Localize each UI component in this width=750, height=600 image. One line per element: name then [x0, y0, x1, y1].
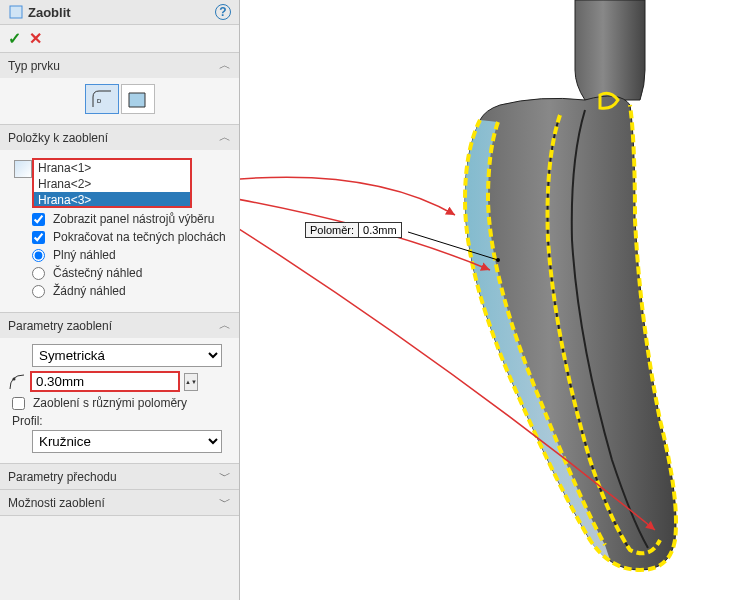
callout-value[interactable]: 0.3mm	[359, 223, 401, 237]
preview-partial-label: Částečný náhled	[53, 266, 142, 280]
ok-cancel-bar: ✓ ✕	[0, 25, 239, 53]
svg-point-4	[496, 258, 500, 262]
edge-select-icon	[14, 160, 32, 178]
edge-selection-list[interactable]: Hrana<1> Hrana<2> Hrana<3>	[32, 158, 192, 208]
radius-callout[interactable]: Poloměr: 0.3mm	[305, 222, 402, 238]
radius-input[interactable]	[30, 371, 180, 392]
preview-partial-radio[interactable]	[32, 267, 45, 280]
profile-dropdown[interactable]: Kružnice	[32, 430, 222, 453]
list-item[interactable]: Hrana<3>	[34, 192, 190, 208]
chevron-up-icon: ︿	[219, 317, 231, 334]
tangent-label: Pokračovat na tečných plochách	[53, 230, 226, 244]
section-items-label: Položky k zaoblení	[8, 131, 108, 145]
3d-viewport[interactable]	[240, 0, 750, 600]
property-panel: Zaoblit ? ✓ ✕ Typ prvku ︿ D Položky k za…	[0, 0, 240, 600]
section-params-header[interactable]: Parametry zaoblení ︿	[0, 313, 239, 338]
show-toolbar-checkbox[interactable]	[32, 213, 45, 226]
tangent-checkbox[interactable]	[32, 231, 45, 244]
preview-full-radio[interactable]	[32, 249, 45, 262]
cancel-button[interactable]: ✕	[29, 29, 42, 48]
multi-radius-checkbox[interactable]	[12, 397, 25, 410]
section-type-label: Typ prvku	[8, 59, 60, 73]
preview-none-label: Žádný náhled	[53, 284, 126, 298]
list-item[interactable]: Hrana<2>	[34, 176, 190, 192]
chevron-up-icon: ︿	[219, 57, 231, 74]
show-toolbar-label: Zobrazit panel nástrojů výběru	[53, 212, 214, 226]
section-options: Možnosti zaoblení ﹀	[0, 490, 239, 516]
radius-spinner[interactable]: ▲▼	[184, 373, 198, 391]
section-type: Typ prvku ︿ D	[0, 53, 239, 125]
symmetry-dropdown[interactable]: Symetrická	[32, 344, 222, 367]
panel-title: Zaoblit	[28, 5, 215, 20]
section-params-label: Parametry zaoblení	[8, 319, 112, 333]
chevron-down-icon: ﹀	[219, 468, 231, 485]
svg-rect-0	[10, 6, 22, 18]
section-transition-label: Parametry přechodu	[8, 470, 117, 484]
section-transition-header[interactable]: Parametry přechodu ﹀	[0, 464, 239, 489]
callout-label: Poloměr:	[306, 223, 359, 237]
section-transition: Parametry přechodu ﹀	[0, 464, 239, 490]
fillet-type-constant-button[interactable]: D	[85, 84, 119, 114]
preview-full-label: Plný náhled	[53, 248, 116, 262]
list-item[interactable]: Hrana<1>	[34, 160, 190, 176]
section-params: Parametry zaoblení ︿ Symetrická ▲▼ Zaobl…	[0, 313, 239, 464]
preview-none-radio[interactable]	[32, 285, 45, 298]
section-options-label: Možnosti zaoblení	[8, 496, 105, 510]
section-type-header[interactable]: Typ prvku ︿	[0, 53, 239, 78]
svg-text:D: D	[97, 98, 102, 104]
help-icon[interactable]: ?	[215, 4, 231, 20]
chevron-up-icon: ︿	[219, 129, 231, 146]
section-items: Položky k zaoblení ︿ Hrana<1> Hrana<2> H…	[0, 125, 239, 313]
section-options-header[interactable]: Možnosti zaoblení ﹀	[0, 490, 239, 515]
ok-button[interactable]: ✓	[8, 29, 21, 48]
multi-radius-label: Zaoblení s různými poloměry	[33, 396, 187, 410]
profile-label: Profil:	[12, 414, 231, 428]
svg-point-2	[13, 377, 16, 380]
panel-header: Zaoblit ?	[0, 0, 239, 25]
fillet-type-face-button[interactable]	[121, 84, 155, 114]
section-items-header[interactable]: Položky k zaoblení ︿	[0, 125, 239, 150]
radius-icon	[8, 373, 26, 391]
feature-icon	[8, 4, 24, 20]
chevron-down-icon: ﹀	[219, 494, 231, 511]
